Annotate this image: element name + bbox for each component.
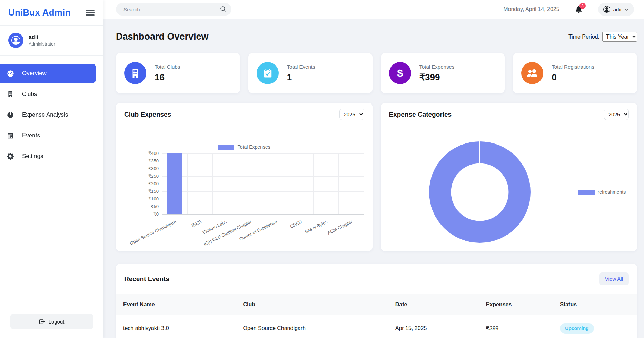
avatar: [8, 33, 23, 48]
search-input[interactable]: [116, 3, 231, 16]
chevron-down-icon: [624, 7, 629, 12]
table-header-row: Event Name Club Date Expenses Status: [116, 294, 637, 315]
column-header-event-name: Event Name: [116, 294, 236, 315]
dollar-icon: $: [389, 62, 411, 84]
recent-events-title: Recent Events: [124, 275, 169, 283]
club-expenses-bar-chart: Total Expenses₹0₹50₹100₹150₹200₹250₹300₹…: [116, 126, 373, 251]
logout-section: Logout: [0, 308, 103, 338]
club-expenses-card: Club Expenses 2025 Total Expenses₹0₹50₹1…: [116, 103, 373, 251]
y-axis-tick: ₹200: [138, 181, 159, 186]
sidebar-item-label: Expense Analysis: [22, 111, 68, 118]
column-header-date: Date: [388, 294, 479, 315]
logout-label: Logout: [49, 319, 65, 325]
donut-ring: [429, 141, 531, 243]
profile-name: adii: [29, 34, 55, 40]
gridline: [288, 153, 288, 214]
expense-categories-card: Expense Categories 2025 refreshments: [381, 103, 637, 251]
time-period-label: Time Period:: [568, 34, 600, 40]
stat-label: Total Registrations: [552, 64, 594, 70]
column-header-expenses: Expenses: [479, 294, 553, 315]
legend-swatch: [218, 145, 234, 150]
y-axis-tick: ₹300: [138, 166, 159, 171]
stat-label: Total Clubs: [155, 64, 180, 70]
stat-cards: Total Clubs 16 Total Events 1 $ Total E: [116, 53, 637, 93]
time-period-select[interactable]: This Year: [602, 32, 637, 42]
stat-value: 16: [155, 72, 180, 83]
stat-value: 0: [552, 72, 594, 83]
cell-club: Open Source Chandigarh: [236, 315, 388, 338]
y-axis-tick: ₹350: [138, 158, 159, 163]
sidebar-item-label: Clubs: [22, 91, 37, 98]
x-axis-label: ACM Chapter: [275, 218, 351, 225]
sidebar-item-expense-analysis[interactable]: Expense Analysis: [0, 105, 96, 125]
recent-events-card: Recent Events View All Event Name Club D…: [116, 264, 637, 338]
topbar: Monday, April 14, 2025 3 adii: [103, 0, 644, 19]
donut-legend: refreshments: [578, 189, 626, 195]
cell-date: Apr 15, 2025: [388, 315, 479, 338]
y-axis-tick: ₹250: [138, 173, 159, 179]
sidebar-item-overview[interactable]: Overview: [0, 64, 96, 83]
stat-card-total-events: Total Events 1: [248, 53, 373, 93]
gridline: [338, 153, 339, 214]
gridline: [212, 153, 213, 214]
club-expenses-title: Club Expenses: [124, 111, 171, 118]
menu-toggle-icon[interactable]: [86, 8, 95, 17]
page-title: Dashboard Overview: [116, 31, 209, 42]
legend-label: Total Expenses: [238, 144, 270, 150]
expense-categories-year-select[interactable]: 2025: [604, 109, 629, 120]
person-circle-icon: [11, 36, 20, 45]
stat-value: ₹399: [419, 72, 455, 83]
column-header-club: Club: [236, 294, 388, 315]
gear-icon: [7, 152, 14, 160]
sidebar-header: UniBux Admin: [0, 0, 103, 26]
stat-label: Total Expenses: [419, 64, 455, 70]
notification-badge: 3: [579, 3, 586, 9]
status-badge: Upcoming: [560, 323, 594, 334]
current-date: Monday, April 14, 2025: [503, 6, 559, 12]
y-axis-tick: ₹50: [138, 204, 159, 209]
sidebar-item-events[interactable]: Events: [0, 126, 96, 145]
building-icon: [7, 90, 14, 98]
search-icon[interactable]: [220, 6, 226, 13]
cell-status: Upcoming: [553, 315, 637, 338]
logout-icon: [39, 319, 45, 325]
calendar-check-icon: [257, 62, 279, 84]
sidebar-item-label: Overview: [22, 70, 47, 77]
user-menu-name: adii: [613, 7, 621, 12]
people-icon: [521, 62, 543, 84]
y-axis-tick: ₹0: [138, 211, 159, 217]
table-row: tech abhivyakti 3.0 Open Source Chandiga…: [116, 315, 637, 338]
building-icon: [124, 62, 146, 84]
gridline: [162, 214, 364, 215]
view-all-button[interactable]: View All: [599, 272, 629, 285]
user-profile: adii Administrator: [0, 26, 103, 56]
logout-button[interactable]: Logout: [10, 314, 93, 329]
gridline: [364, 153, 364, 214]
gridline: [162, 153, 162, 214]
gridline: [313, 153, 314, 214]
stat-card-total-expenses: $ Total Expenses ₹399: [381, 53, 505, 93]
recent-events-table: Event Name Club Date Expenses Status tec…: [116, 294, 637, 338]
gridline: [263, 153, 263, 214]
sidebar-item-label: Settings: [22, 153, 43, 160]
notifications-button[interactable]: 3: [575, 6, 582, 13]
sidebar: UniBux Admin adii Administrator Overview…: [0, 0, 103, 338]
column-header-status: Status: [553, 294, 637, 315]
sidebar-item-label: Events: [22, 132, 40, 139]
app-logo: UniBux Admin: [8, 7, 71, 18]
user-menu[interactable]: adii: [598, 3, 634, 16]
sidebar-nav: Overview Clubs Expense Analysis Events S…: [0, 56, 103, 308]
club-expenses-year-select[interactable]: 2025: [339, 109, 364, 120]
sidebar-item-clubs[interactable]: Clubs: [0, 84, 96, 104]
gridline: [187, 153, 188, 214]
bar-chart-legend: Total Expenses: [116, 144, 373, 150]
sidebar-item-settings[interactable]: Settings: [0, 147, 96, 166]
speedometer-icon: [7, 70, 14, 77]
legend-label: refreshments: [598, 189, 626, 195]
stat-card-total-clubs: Total Clubs 16: [116, 53, 240, 93]
person-circle-icon: [603, 6, 610, 13]
search-box: [116, 3, 231, 16]
y-axis-tick: ₹400: [138, 151, 159, 156]
stat-card-total-registrations: Total Registrations 0: [513, 53, 637, 93]
stat-label: Total Events: [287, 64, 315, 70]
